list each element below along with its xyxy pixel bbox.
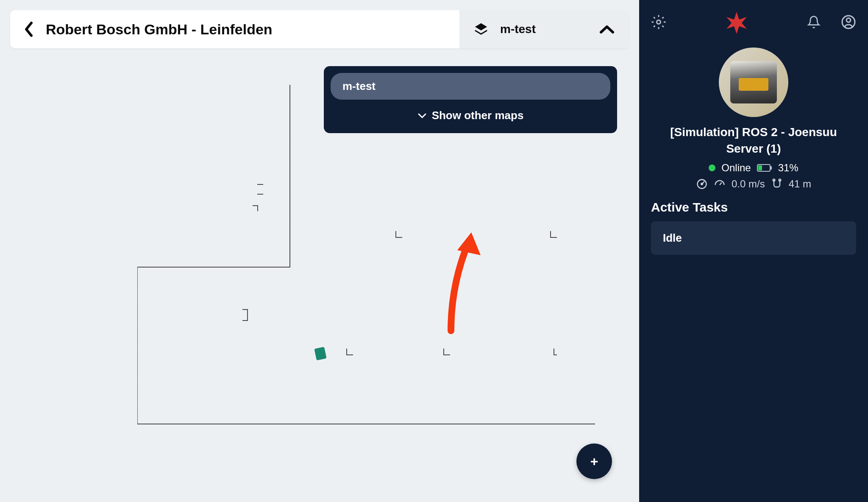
map-dropdown-panel: m-test Show other maps (324, 66, 617, 133)
status-label: Online (721, 162, 751, 174)
distance-value: 41 m (789, 178, 811, 190)
svg-point-7 (701, 184, 703, 185)
online-dot-icon (709, 165, 715, 171)
layers-icon (474, 22, 488, 36)
map-selector[interactable]: m-test (459, 10, 629, 48)
chevron-down-icon (417, 113, 427, 119)
speed-value: 0.0 m/s (732, 178, 765, 190)
annotation-arrow-icon (438, 229, 485, 335)
sidebar: [Simulation] ROS 2 - Joensuu Server (1) … (639, 0, 868, 502)
map-dropdown-item[interactable]: m-test (331, 73, 610, 100)
add-fab-button[interactable]: + (576, 443, 612, 479)
gear-icon (651, 14, 666, 30)
chevron-left-icon (24, 21, 34, 37)
task-card[interactable]: Idle (651, 221, 856, 255)
target-icon (696, 178, 708, 190)
svg-point-2 (846, 18, 851, 22)
logo (666, 10, 807, 36)
robot-name: [Simulation] ROS 2 - Joensuu Server (1) (651, 124, 856, 157)
logo-star-icon (724, 10, 749, 36)
show-other-maps-button[interactable]: Show other maps (331, 100, 610, 126)
floor-plan-icon (137, 85, 604, 432)
speedometer-icon (714, 178, 726, 190)
map-selector-label: m-test (500, 22, 536, 36)
route-icon (771, 178, 783, 190)
header-left: Robert Bosch GmbH - Leinfelden (10, 10, 459, 48)
page-title: Robert Bosch GmbH - Leinfelden (46, 21, 273, 38)
show-other-label: Show other maps (432, 109, 524, 122)
settings-button[interactable] (651, 14, 666, 31)
battery-icon (757, 164, 772, 172)
sidebar-header (651, 10, 856, 36)
metrics-row: 0.0 m/s 41 m (651, 178, 856, 190)
notifications-button[interactable] (807, 14, 821, 31)
robot-avatar[interactable] (719, 47, 788, 117)
svg-rect-4 (770, 166, 772, 170)
main-area: Robert Bosch GmbH - Leinfelden m-test m-… (0, 0, 639, 502)
task-label: Idle (663, 231, 682, 244)
robot-body-icon (730, 61, 777, 103)
chevron-up-icon (599, 25, 615, 34)
bell-icon (807, 14, 821, 30)
tasks-section-title: Active Tasks (651, 200, 856, 215)
sidebar-right-icons (807, 14, 856, 31)
header-bar: Robert Bosch GmbH - Leinfelden m-test (10, 10, 629, 48)
status-row: Online 31% (651, 162, 856, 174)
map-selector-left: m-test (474, 22, 536, 36)
back-button[interactable] (24, 21, 34, 37)
profile-button[interactable] (841, 14, 856, 31)
battery-percent: 31% (778, 162, 798, 174)
user-circle-icon (841, 14, 856, 30)
svg-rect-5 (758, 165, 762, 170)
svg-point-0 (657, 20, 661, 24)
fab-label: + (590, 454, 598, 469)
